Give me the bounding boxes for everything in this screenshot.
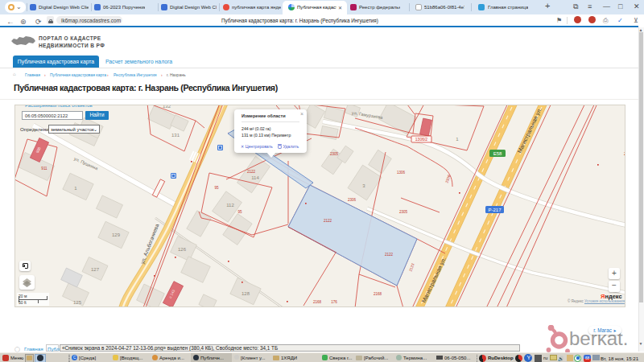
svg-text:112: 112 — [226, 203, 234, 208]
svg-text:E58: E58 — [493, 151, 502, 156]
svg-text:2168: 2168 — [374, 292, 382, 296]
svg-text:1306: 1306 — [397, 171, 406, 175]
svg-text:95: 95 — [214, 186, 219, 190]
svg-text:2305: 2305 — [330, 152, 339, 156]
svg-text:Р-217: Р-217 — [488, 208, 502, 212]
svg-text:125: 125 — [73, 300, 82, 305]
svg-text:2305: 2305 — [624, 152, 625, 156]
svg-text:132: 132 — [163, 105, 171, 109]
svg-text:2306: 2306 — [348, 198, 357, 202]
svg-text:131: 131 — [171, 133, 180, 138]
svg-text:Расширенный поиск объектов: Расширенный поиск объектов — [25, 105, 93, 108]
svg-text:127: 127 — [91, 267, 100, 272]
svg-text:2122: 2122 — [247, 170, 256, 174]
svg-text:128: 128 — [242, 291, 250, 296]
svg-text:1306/2: 1306/2 — [415, 137, 428, 142]
svg-text:126: 126 — [178, 247, 187, 252]
svg-text:176: 176 — [331, 300, 337, 304]
svg-text:2122: 2122 — [385, 253, 394, 257]
svg-text:911: 911 — [41, 167, 47, 171]
svg-text:114: 114 — [251, 175, 259, 180]
svg-text:129: 129 — [112, 232, 121, 237]
svg-text:2168: 2168 — [313, 300, 322, 304]
svg-text:2305: 2305 — [399, 210, 408, 214]
svg-text:2122: 2122 — [324, 219, 332, 223]
svg-text:95: 95 — [237, 210, 242, 214]
